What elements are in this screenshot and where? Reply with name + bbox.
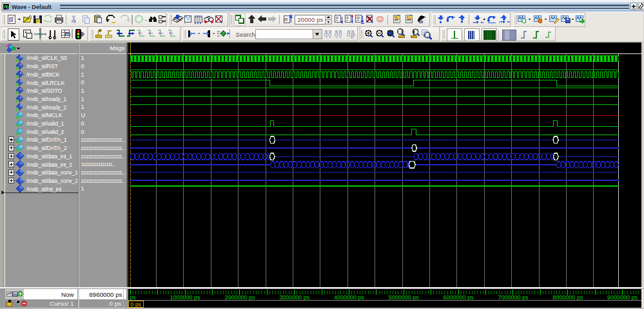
svg-text:/msb_st/ready_1: /msb_st/ready_1	[26, 96, 66, 102]
svg-text:0 ps: 0 ps	[109, 300, 121, 307]
svg-text:Now: Now	[61, 291, 75, 298]
svg-text:/msb_st/data_int_1: /msb_st/data_int_1	[26, 153, 72, 160]
svg-text:ZZZZZZZZZZZZZZZZ...: ZZZZZZZZZZZZZZZZ...	[81, 170, 125, 176]
svg-text:/msb_st/data_conv_1: /msb_st/data_conv_1	[26, 169, 78, 176]
svg-text:/msb_st/data_conv_2: /msb_st/data_conv_2	[26, 178, 78, 184]
svg-text:/msb_st/valid_1: /msb_st/valid_1	[26, 120, 64, 127]
svg-text:ZZZZZZZZZZZZZZZZ...: ZZZZZZZZZZZZZZZZ...	[81, 154, 125, 160]
svg-text:Msgs: Msgs	[110, 44, 124, 52]
svg-text:0: 0	[81, 63, 84, 70]
svg-text:6000000 ps: 6000000 ps	[444, 294, 474, 301]
svg-text:7000000 ps: 7000000 ps	[498, 294, 529, 301]
svg-text:/msb_st/CLK_50: /msb_st/CLK_50	[26, 55, 67, 61]
svg-text:ZZZZZZZZZZZZZZZZ...: ZZZZZZZZZZZZZZZZ...	[81, 145, 125, 151]
svg-text:8000000 ps: 8000000 ps	[552, 294, 583, 301]
svg-text:1: 1	[81, 55, 84, 61]
svg-text:/msb_st/valid_2: /msb_st/valid_2	[26, 129, 64, 135]
svg-text:0: 0	[81, 120, 84, 127]
svg-text:Cursor 1: Cursor 1	[50, 300, 74, 307]
svg-text:0 ps: 0 ps	[130, 301, 141, 308]
svg-text:R: R	[284, 17, 288, 23]
svg-text:/msb_st/data_int_2: /msb_st/data_int_2	[26, 162, 72, 168]
svg-text:Search:: Search:	[236, 31, 257, 38]
svg-text:0: 0	[81, 79, 84, 86]
svg-text:/msb_st/RST: /msb_st/RST	[26, 63, 59, 70]
svg-text:4000000 ps: 4000000 ps	[334, 294, 365, 301]
svg-text:8960000 ps: 8960000 ps	[89, 291, 122, 298]
svg-text:1: 1	[81, 104, 84, 110]
svg-text:1: 1	[81, 71, 84, 78]
svg-text:ZZZZZZZZZZZZZZZZ...: ZZZZZZZZZZZZZZZZ...	[81, 137, 125, 143]
svg-text:3000000 ps: 3000000 ps	[279, 294, 310, 301]
svg-text:/msb_st/DATA_2: /msb_st/DATA_2	[26, 145, 67, 151]
svg-text:ZZZZZZZZZZZZZZZZ...: ZZZZZZZZZZZZZZZZ...	[81, 178, 125, 184]
svg-text:/msb_st/ready_2: /msb_st/ready_2	[26, 104, 66, 111]
svg-text:U: U	[81, 112, 86, 118]
svg-text:1: 1	[81, 185, 84, 192]
svg-text:9000000 ps: 9000000 ps	[607, 294, 638, 301]
svg-text:/msb_st/rst_int: /msb_st/rst_int	[26, 186, 62, 192]
svg-text:/msb_st/MCLK: /msb_st/MCLK	[26, 112, 63, 118]
svg-text:20000 ps: 20000 ps	[298, 17, 324, 23]
svg-text:1: 1	[81, 88, 84, 94]
svg-text:/msb_st/SDTO: /msb_st/SDTO	[26, 88, 63, 94]
svg-text:2000000 ps: 2000000 ps	[224, 294, 255, 301]
svg-text:Wave - Default: Wave - Default	[12, 4, 52, 10]
svg-text:0: 0	[81, 129, 84, 135]
svg-text:/msb_st/LRCLK: /msb_st/LRCLK	[26, 80, 64, 86]
svg-text:1111111111111111...: 1111111111111111...	[81, 162, 115, 167]
svg-text:1000000 ps: 1000000 ps	[170, 294, 201, 301]
svg-text:1: 1	[81, 96, 84, 102]
svg-text:/msb_st/DATA_1: /msb_st/DATA_1	[26, 136, 67, 143]
svg-text:5000000 ps: 5000000 ps	[389, 294, 420, 301]
svg-text:/msb_st/BICK: /msb_st/BICK	[26, 71, 60, 78]
